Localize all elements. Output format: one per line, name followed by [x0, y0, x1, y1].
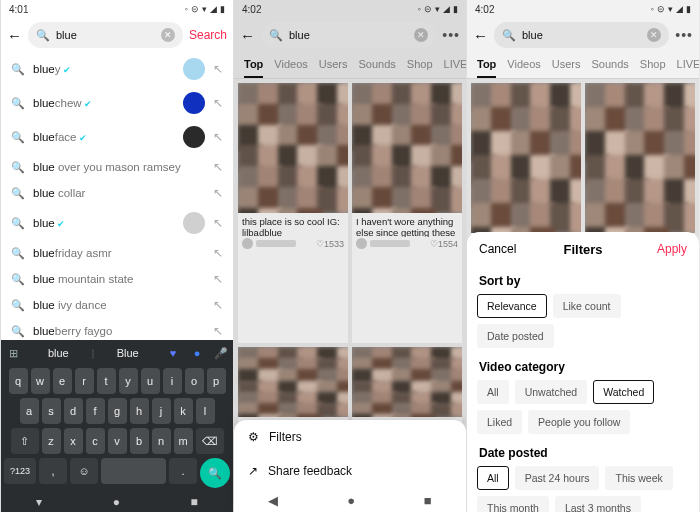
key-w[interactable]: w [31, 368, 50, 394]
key-k[interactable]: k [174, 398, 193, 424]
key-i[interactable]: i [163, 368, 182, 394]
key-o[interactable]: o [185, 368, 204, 394]
key-f[interactable]: f [86, 398, 105, 424]
keyboard[interactable]: ⊞ blue | Blue ♥ ● 🎤 qwertyuiopasdfghjkl⇧… [1, 340, 233, 512]
insert-icon[interactable]: ↖ [213, 216, 223, 230]
nav-home-icon[interactable]: ● [347, 493, 355, 508]
clear-icon[interactable]: ✕ [161, 28, 175, 42]
key-h[interactable]: h [130, 398, 149, 424]
category-chip[interactable]: Unwatched [515, 380, 588, 404]
date-chip[interactable]: This week [605, 466, 672, 490]
key-x[interactable]: x [64, 428, 83, 454]
insert-icon[interactable]: ↖ [213, 246, 223, 260]
key-p[interactable]: p [207, 368, 226, 394]
key-l[interactable]: l [196, 398, 215, 424]
insert-icon[interactable]: ↖ [213, 96, 223, 110]
suggestion-text: bluey✔ [33, 63, 175, 75]
nav-home-icon[interactable]: ● [113, 495, 120, 509]
key-symbols[interactable]: ?123 [4, 458, 36, 484]
nav-recent-icon[interactable]: ■ [424, 493, 432, 508]
key-t[interactable]: t [97, 368, 116, 394]
apply-button[interactable]: Apply [657, 242, 687, 256]
key-q[interactable]: q [9, 368, 28, 394]
search-input[interactable]: blue [56, 29, 155, 41]
suggestion-row[interactable]: 🔍 bluechew✔ ↖ [1, 86, 233, 120]
insert-icon[interactable]: ↖ [213, 186, 223, 200]
nav-back-icon[interactable]: ▾ [36, 495, 42, 509]
search-icon: 🔍 [11, 217, 25, 230]
key-r[interactable]: r [75, 368, 94, 394]
category-chip[interactable]: Liked [477, 410, 522, 434]
key-period[interactable]: . [169, 458, 197, 484]
sort-chip[interactable]: Date posted [477, 324, 554, 348]
search-button[interactable]: Search [189, 28, 227, 42]
kbd-sug-left[interactable]: blue [25, 347, 92, 359]
sheet-item-feedback[interactable]: ↗Share feedback [234, 454, 466, 488]
suggestion-row[interactable]: 🔍 blueface✔ ↖ [1, 120, 233, 154]
key-d[interactable]: d [64, 398, 83, 424]
sheet-item-filters[interactable]: ⚙Filters [234, 420, 466, 454]
date-chip[interactable]: This month [477, 496, 549, 512]
sort-section-label: Sort by [477, 266, 689, 294]
kbd-sug-right[interactable]: Blue [94, 347, 161, 359]
suggestion-row[interactable]: 🔍 blueberry faygo ↖ [1, 318, 233, 340]
category-chip[interactable]: Watched [593, 380, 654, 404]
key-space[interactable] [101, 458, 166, 484]
search-icon: 🔍 [11, 299, 25, 312]
key-u[interactable]: u [141, 368, 160, 394]
key-a[interactable]: a [20, 398, 39, 424]
key-m[interactable]: m [174, 428, 193, 454]
category-chip[interactable]: People you follow [528, 410, 630, 434]
key-s[interactable]: s [42, 398, 61, 424]
suggestion-row[interactable]: 🔍 bluey✔ ↖ [1, 52, 233, 86]
grid-icon[interactable]: ⊞ [1, 347, 25, 360]
insert-icon[interactable]: ↖ [213, 298, 223, 312]
date-chip[interactable]: Past 24 hours [515, 466, 600, 490]
bottom-sheet: ⚙Filters ↗Share feedback ◀ ● ■ [234, 420, 466, 512]
blue-circle-icon[interactable]: ● [185, 347, 209, 359]
key-g[interactable]: g [108, 398, 127, 424]
key-search[interactable]: 🔍 [200, 458, 230, 488]
category-chip[interactable]: All [477, 380, 509, 404]
phone-results-sheet: 4:02 ◦⊝▾◢▮ ← 🔍 blue ✕ ••• TopVideosUsers… [233, 0, 466, 512]
key-n[interactable]: n [152, 428, 171, 454]
key-emoji[interactable]: ☺ [70, 458, 98, 484]
key-v[interactable]: v [108, 428, 127, 454]
suggestion-row[interactable]: 🔍 blue collar ↖ [1, 180, 233, 206]
search-box[interactable]: 🔍 blue ✕ [28, 22, 183, 48]
key-z[interactable]: z [42, 428, 61, 454]
suggestion-text: blue✔ [33, 217, 175, 229]
cancel-button[interactable]: Cancel [479, 242, 516, 256]
key-y[interactable]: y [119, 368, 138, 394]
suggestion-text: blue mountain state [33, 273, 205, 285]
insert-icon[interactable]: ↖ [213, 324, 223, 338]
mic-icon[interactable]: 🎤 [209, 347, 233, 360]
date-chip[interactable]: Last 3 months [555, 496, 641, 512]
suggestion-row[interactable]: 🔍 blue mountain state ↖ [1, 266, 233, 292]
insert-icon[interactable]: ↖ [213, 62, 223, 76]
sort-chip[interactable]: Relevance [477, 294, 547, 318]
suggestion-row[interactable]: 🔍 bluefriday asmr ↖ [1, 240, 233, 266]
key-c[interactable]: c [86, 428, 105, 454]
key-b[interactable]: b [130, 428, 149, 454]
suggestion-row[interactable]: 🔍 blue ivy dance ↖ [1, 292, 233, 318]
sort-chip[interactable]: Like count [553, 294, 621, 318]
search-icon: 🔍 [11, 273, 25, 286]
date-chip[interactable]: All [477, 466, 509, 490]
insert-icon[interactable]: ↖ [213, 272, 223, 286]
suggestion-row[interactable]: 🔍 blue✔ ↖ [1, 206, 233, 240]
key-comma[interactable]: , [39, 458, 67, 484]
nav-back-icon[interactable]: ◀ [268, 493, 278, 508]
category-chips: AllUnwatchedWatchedLikedPeople you follo… [477, 380, 689, 438]
key-e[interactable]: e [53, 368, 72, 394]
insert-icon[interactable]: ↖ [213, 160, 223, 174]
nav-recent-icon[interactable]: ■ [191, 495, 198, 509]
suggestion-row[interactable]: 🔍 blue over you mason ramsey ↖ [1, 154, 233, 180]
key-backspace[interactable]: ⌫ [196, 428, 224, 454]
back-icon[interactable]: ← [7, 27, 22, 44]
key-j[interactable]: j [152, 398, 171, 424]
suggestion-text: blue ivy dance [33, 299, 205, 311]
insert-icon[interactable]: ↖ [213, 130, 223, 144]
heart-icon[interactable]: ♥ [161, 347, 185, 359]
key-shift[interactable]: ⇧ [11, 428, 39, 454]
